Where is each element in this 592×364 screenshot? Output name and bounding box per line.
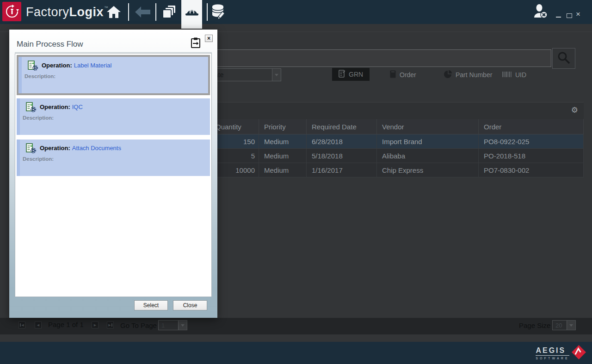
cell-vendor: Alibaba bbox=[377, 149, 479, 163]
first-page-icon: ◀ bbox=[21, 323, 24, 327]
maximize-button[interactable] bbox=[567, 13, 572, 18]
cell-required-date: 5/18/2018 bbox=[307, 149, 377, 163]
logout-user-icon[interactable] bbox=[531, 0, 551, 24]
close-window-button[interactable]: × bbox=[576, 11, 580, 18]
database-edit-icon[interactable] bbox=[209, 0, 230, 24]
filter-part-number-button[interactable]: Part Number bbox=[444, 69, 492, 81]
item-accent-stripe bbox=[17, 98, 20, 135]
order-icon bbox=[390, 70, 396, 79]
page-size-select[interactable]: 20 bbox=[552, 320, 576, 330]
operation-name-link[interactable]: Attach Documents bbox=[72, 145, 121, 152]
next-page-icon: ▶ bbox=[94, 323, 96, 327]
cell-quantity: 10000 bbox=[210, 163, 259, 177]
previous-page-button[interactable]: ◀ bbox=[35, 322, 42, 328]
aegis-logo-text: AEGIS bbox=[536, 346, 569, 355]
operation-label: Operation: bbox=[42, 62, 72, 69]
cell-order: PO-2018-518 bbox=[479, 149, 584, 163]
page-indicator: Page 1 of 1 bbox=[48, 321, 84, 328]
next-page-button[interactable]: ▶ bbox=[92, 322, 99, 328]
operation-name-link[interactable]: Label Material bbox=[74, 62, 112, 69]
back-arrow-icon[interactable] bbox=[132, 0, 153, 24]
dialog-title: Main Process Flow bbox=[17, 40, 83, 49]
description-label: Description: bbox=[23, 156, 54, 162]
documents-stack-icon[interactable] bbox=[160, 0, 179, 24]
operation-label: Operation: bbox=[40, 145, 70, 152]
cell-required-date: 6/28/2018 bbox=[307, 134, 377, 148]
search-icon bbox=[557, 51, 571, 67]
app-window: ate GRN Order Part Number UID ⚙ Quantity… bbox=[0, 0, 592, 364]
first-page-button[interactable]: ◀ bbox=[18, 322, 25, 328]
operation-list: Operation:Label Material Description: Op… bbox=[15, 53, 212, 297]
previous-page-icon: ◀ bbox=[37, 323, 39, 327]
cell-quantity: 150 bbox=[210, 134, 259, 148]
brand-factory: Factory bbox=[26, 5, 69, 19]
cell-order: PO8-0922-025 bbox=[479, 134, 584, 148]
operation-line: Operation:IQC bbox=[40, 103, 83, 110]
operation-icon bbox=[26, 143, 36, 153]
cell-priority: Medium bbox=[259, 163, 307, 177]
column-header-required-date[interactable]: Required Date bbox=[307, 119, 377, 134]
goto-page-input[interactable]: 1 bbox=[158, 320, 187, 330]
operation-icon bbox=[28, 61, 38, 71]
filter-order-button[interactable]: Order bbox=[390, 69, 416, 81]
aegis-logo: AEGIS SOFTWARE bbox=[536, 345, 586, 362]
operation-item-attach-documents[interactable]: Operation:Attach Documents Description: bbox=[17, 140, 210, 176]
select-button[interactable]: Select bbox=[134, 300, 168, 310]
cell-vendor: Chip Express bbox=[377, 163, 479, 177]
paste-clipboard-icon[interactable] bbox=[191, 37, 201, 49]
column-header-priority[interactable]: Priority bbox=[259, 119, 307, 134]
filter-uid-button[interactable]: UID bbox=[502, 69, 526, 81]
chevron-down-icon bbox=[567, 321, 575, 330]
filter-type-value: ate bbox=[211, 71, 272, 79]
toolbar-divider bbox=[155, 3, 156, 21]
operation-item-label-material[interactable]: Operation:Label Material Description: bbox=[17, 55, 210, 95]
column-header-vendor[interactable]: Vendor bbox=[377, 119, 479, 134]
part-number-icon bbox=[444, 70, 452, 79]
operation-item-iqc[interactable]: Operation:IQC Description: bbox=[17, 98, 210, 135]
item-accent-stripe bbox=[17, 140, 20, 176]
home-icon[interactable] bbox=[105, 0, 123, 24]
minimize-button[interactable] bbox=[556, 17, 561, 18]
cell-order: PO7-0830-002 bbox=[479, 163, 584, 177]
grn-clipboard-icon bbox=[339, 70, 345, 79]
operation-icon bbox=[26, 102, 36, 112]
search-button[interactable] bbox=[552, 48, 575, 69]
gear-icon[interactable]: ⚙ bbox=[571, 105, 578, 115]
cell-required-date: 1/16/2017 bbox=[307, 163, 377, 177]
footer-band: AEGIS SOFTWARE bbox=[0, 342, 592, 364]
grid-toolbar: ⚙ bbox=[210, 102, 584, 119]
operation-name-link[interactable]: IQC bbox=[72, 103, 83, 110]
cell-quantity: 5 bbox=[210, 149, 259, 163]
aegis-logo-subtext: SOFTWARE bbox=[536, 357, 569, 360]
operation-label: Operation: bbox=[40, 103, 70, 110]
table-row[interactable]: 150 Medium 6/28/2018 Import Brand PO8-09… bbox=[210, 134, 584, 149]
column-header-order[interactable]: Order bbox=[479, 119, 584, 134]
page-size-value: 20 bbox=[553, 322, 567, 329]
table-header: Quantity Priority Required Date Vendor O… bbox=[210, 119, 584, 134]
receiving-hardhat-tab[interactable] bbox=[181, 0, 202, 29]
filter-type-dropdown[interactable]: ate bbox=[210, 68, 281, 81]
main-process-flow-dialog: Main Process Flow × Operation:Label Mate… bbox=[9, 30, 217, 318]
dialog-close-icon[interactable]: × bbox=[205, 35, 213, 42]
column-header-quantity[interactable]: Quantity bbox=[210, 119, 259, 134]
table-row[interactable]: 5 Medium 5/18/2018 Alibaba PO-2018-518 bbox=[210, 149, 584, 163]
description-label: Description: bbox=[23, 115, 54, 121]
goto-page-value: 1 bbox=[159, 322, 178, 329]
close-button[interactable]: Close bbox=[173, 300, 207, 310]
toolbar-divider bbox=[128, 3, 129, 21]
last-page-button[interactable]: ▶ bbox=[107, 322, 114, 328]
operation-line: Operation:Label Material bbox=[42, 62, 111, 69]
operation-line: Operation:Attach Documents bbox=[40, 145, 121, 152]
pagination-bar: ◀ ◀ Page 1 of 1 ▶ ▶ Go To Page 1 Page Si… bbox=[0, 318, 592, 334]
filter-grn-button[interactable]: GRN bbox=[332, 68, 370, 81]
goto-page-label: Go To Page bbox=[120, 322, 157, 329]
description-label: Description: bbox=[25, 73, 56, 79]
filter-part-number-label: Part Number bbox=[456, 71, 492, 79]
last-page-icon: ▶ bbox=[108, 323, 111, 327]
app-title: FactoryLogix™ bbox=[26, 0, 109, 24]
table-row[interactable]: 10000 Medium 1/16/2017 Chip Express PO7-… bbox=[210, 163, 584, 177]
item-accent-stripe bbox=[18, 57, 22, 93]
filter-order-label: Order bbox=[400, 71, 416, 79]
cell-priority: Medium bbox=[259, 149, 307, 163]
search-input[interactable] bbox=[210, 49, 551, 67]
